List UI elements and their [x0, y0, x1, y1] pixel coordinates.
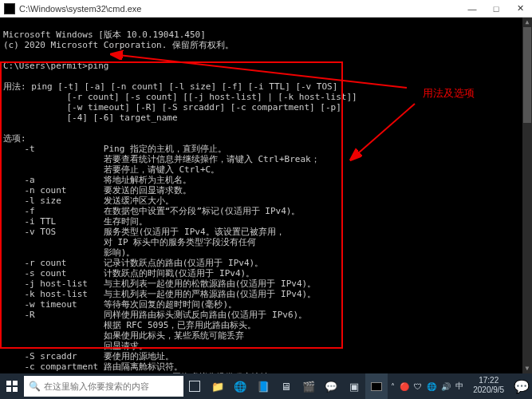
- system-tray[interactable]: ˄ 🔴 🛡 🌐 🔊 中: [388, 373, 467, 399]
- window-title: C:\Windows\system32\cmd.exe: [19, 4, 460, 14]
- console-line: (c) 2020 Microsoft Corporation. 保留所有权利。: [3, 40, 234, 50]
- search-icon: 🔍: [29, 381, 41, 392]
- taskbar-app-vscode[interactable]: 📘: [252, 373, 274, 399]
- console-line: ping [-t] [-a] [-n count] [-l size] [-f]…: [26, 81, 338, 92]
- scroll-up-arrow[interactable]: ▲: [522, 18, 532, 27]
- start-button[interactable]: [0, 373, 24, 399]
- maximize-button[interactable]: □: [484, 0, 508, 18]
- taskbar-app-edge[interactable]: 🌐: [229, 373, 251, 399]
- tray-ime-indicator[interactable]: 中: [455, 381, 463, 392]
- taskbar: 🔍 📁 🌐 📘 🖥 🎬 💬 ▣ ˄ 🔴 🛡 🌐 🔊 中 17:22 2020/9…: [0, 373, 532, 399]
- console-output[interactable]: Microsoft Windows [版本 10.0.19041.450] (c…: [0, 18, 532, 373]
- taskbar-app-video[interactable]: 🎬: [297, 373, 319, 399]
- console-line: [-r count] [-s count] [[-j host-list] | …: [3, 92, 357, 102]
- cmd-icon: [371, 382, 382, 391]
- cmd-icon: [4, 3, 15, 14]
- console-line: [-4] [-6] target_name: [3, 113, 178, 123]
- taskbar-app-xshell[interactable]: 🖥: [274, 373, 297, 399]
- svg-rect-5: [13, 387, 18, 392]
- taskbar-clock[interactable]: 17:22 2020/9/5: [467, 373, 510, 399]
- taskbar-app-cmd[interactable]: [365, 373, 388, 399]
- svg-rect-3: [13, 381, 18, 385]
- tray-volume-icon[interactable]: 🔊: [441, 382, 451, 391]
- taskbar-app-terminal[interactable]: ▣: [342, 373, 365, 399]
- windows-logo-icon: [6, 381, 18, 392]
- svg-rect-4: [6, 387, 11, 392]
- task-view-button[interactable]: [183, 373, 206, 399]
- options-list: -t Ping 指定的主机，直到停止。 若要查看统计信息并继续操作，请键入 Ct…: [3, 144, 320, 373]
- usage-header: 用法:: [3, 81, 26, 92]
- close-button[interactable]: ✕: [508, 0, 532, 18]
- scroll-thumb[interactable]: [523, 27, 531, 123]
- tray-chevron-up-icon[interactable]: ˄: [391, 382, 395, 391]
- tray-network-icon[interactable]: 🌐: [427, 382, 436, 391]
- task-view-icon: [189, 381, 200, 392]
- options-header: 选项:: [3, 133, 26, 144]
- console-scrollbar[interactable]: ▲ ▼: [522, 18, 532, 373]
- clock-date: 2020/9/5: [473, 385, 504, 395]
- window-titlebar: C:\Windows\system32\cmd.exe — □ ✕: [0, 0, 532, 18]
- clock-time: 17:22: [473, 376, 504, 385]
- tray-live-icon[interactable]: 🔴: [400, 382, 409, 391]
- console-prompt: C:\Users\permit>ping: [3, 61, 108, 71]
- console-line: Microsoft Windows [版本 10.0.19041.450]: [3, 30, 206, 40]
- console-line: [-w timeout] [-R] [-S srcaddr] [-c compa…: [3, 102, 341, 113]
- minimize-button[interactable]: —: [460, 0, 484, 18]
- tray-shield-icon[interactable]: 🛡: [414, 382, 422, 391]
- scroll-down-arrow[interactable]: ▼: [522, 364, 532, 373]
- taskbar-app-explorer[interactable]: 📁: [207, 373, 229, 399]
- search-input[interactable]: [44, 381, 179, 391]
- action-center-button[interactable]: 💬: [510, 373, 532, 399]
- taskbar-search[interactable]: 🔍: [24, 376, 183, 397]
- svg-rect-2: [6, 381, 11, 385]
- taskbar-app-wechat[interactable]: 💬: [320, 373, 342, 399]
